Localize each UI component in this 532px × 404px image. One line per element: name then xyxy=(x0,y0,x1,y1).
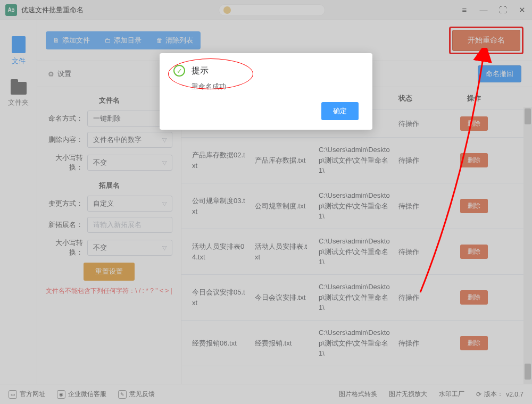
dialog-message: 重命名成功 xyxy=(192,82,359,91)
success-check-icon: ✓ xyxy=(173,65,185,77)
alert-dialog: ✓ 提示 重命名成功 确定 xyxy=(160,53,372,130)
dialog-ok-button[interactable]: 确定 xyxy=(321,102,359,120)
dialog-title: 提示 xyxy=(192,65,209,77)
modal-overlay: ✓ 提示 重命名成功 确定 xyxy=(0,0,532,404)
